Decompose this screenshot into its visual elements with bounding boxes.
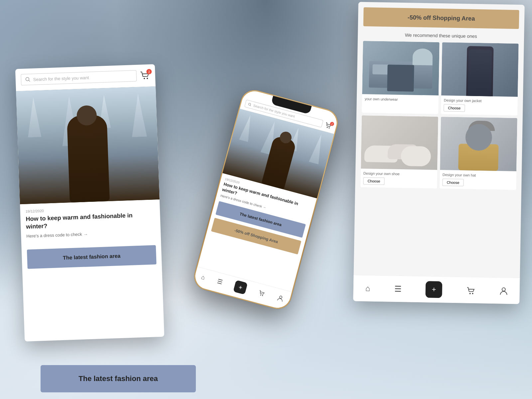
choose-btn-2[interactable]: Choose	[444, 104, 465, 112]
product-label-3: Design your own shoe	[363, 171, 435, 177]
right-nav-cart-icon[interactable]	[466, 286, 475, 295]
svg-point-6	[502, 288, 505, 291]
product-label-2: Design your own jacket	[444, 98, 515, 103]
phone-nav-profile[interactable]	[277, 294, 284, 302]
right-nav-home-icon[interactable]: ⌂	[365, 284, 370, 293]
product-card-2: Design your own jacket Choose	[441, 42, 519, 115]
products-grid: your own underwear Design your own jacke…	[355, 41, 524, 190]
left-search-box[interactable]: Search for the style you want	[21, 70, 137, 85]
product-label-4: Design your own hat	[443, 173, 514, 178]
figure-silhouette	[60, 104, 116, 202]
right-nav-add-btn[interactable]: +	[426, 281, 443, 298]
product-card-4: Design your own hat Choose	[440, 117, 517, 190]
svg-point-7	[248, 103, 251, 105]
search-icon	[25, 77, 31, 82]
product-card-3: Design your own shoe Choose	[360, 115, 438, 189]
phone-nav-home[interactable]: ⌂	[200, 273, 206, 281]
phone-nav-cart[interactable]	[258, 289, 266, 297]
right-nav-profile-icon[interactable]	[499, 286, 507, 296]
product-label-1: your own underwear	[365, 97, 436, 102]
left-fashion-btn[interactable]: The latest fashion area	[27, 245, 157, 269]
svg-point-2	[144, 78, 145, 79]
svg-line-1	[29, 80, 30, 81]
product-img-2	[441, 42, 519, 97]
svg-point-9	[327, 127, 328, 128]
article-title: How to keep warm and fashionable in wint…	[26, 211, 155, 231]
phone-cart-icon[interactable]: 2	[324, 122, 333, 130]
svg-point-10	[329, 127, 330, 129]
product-info-3: Design your own shoe Choose	[360, 169, 437, 189]
right-panel: -50% off Shopping Area We recommend thes…	[353, 2, 525, 304]
product-info-4: Design your own hat Choose	[440, 170, 516, 190]
svg-point-13	[279, 296, 282, 299]
phone-nav-add[interactable]: +	[233, 280, 248, 295]
svg-point-4	[469, 293, 470, 294]
phone-nav-menu[interactable]: ☰	[216, 278, 223, 286]
product-info-1: your own underwear	[362, 94, 439, 107]
choose-btn-4[interactable]: Choose	[442, 179, 464, 186]
product-img-4	[440, 117, 517, 171]
phone-search-icon	[248, 102, 252, 106]
svg-point-12	[262, 295, 263, 296]
product-img-3	[361, 115, 438, 170]
cart-badge: 2	[146, 69, 152, 74]
bottom-fashion-btn[interactable]: The latest fashion area	[41, 365, 196, 392]
left-article: 19/12/2020 How to keep warm and fashiona…	[20, 200, 161, 244]
choose-btn-3[interactable]: Choose	[363, 177, 384, 185]
bottom-left-section: The latest fashion area	[41, 365, 196, 392]
left-hero-image	[16, 86, 160, 204]
right-promo-banner[interactable]: -50% off Shopping Area	[363, 7, 519, 29]
left-cart-icon-area[interactable]: 2	[140, 71, 150, 80]
recommend-title: We recommend these unique ones	[358, 32, 524, 40]
product-img-1	[362, 41, 440, 95]
right-nav-menu-icon[interactable]: ☰	[394, 284, 402, 294]
svg-point-5	[472, 293, 473, 294]
product-info-2: Design your own jacket Choose	[441, 95, 518, 115]
search-placeholder-text: Search for the style you want	[33, 75, 89, 82]
product-card-1: your own underwear	[362, 41, 440, 114]
svg-line-8	[250, 105, 251, 106]
article-desc: Here's a dress code to check →	[26, 229, 155, 239]
article-arrow[interactable]: →	[83, 231, 88, 237]
svg-point-11	[260, 294, 261, 295]
svg-point-3	[147, 78, 148, 79]
left-panel: Search for the style you want 2 19/12/20…	[15, 64, 164, 341]
right-bottom-nav: ⌂ ☰ +	[353, 275, 520, 304]
